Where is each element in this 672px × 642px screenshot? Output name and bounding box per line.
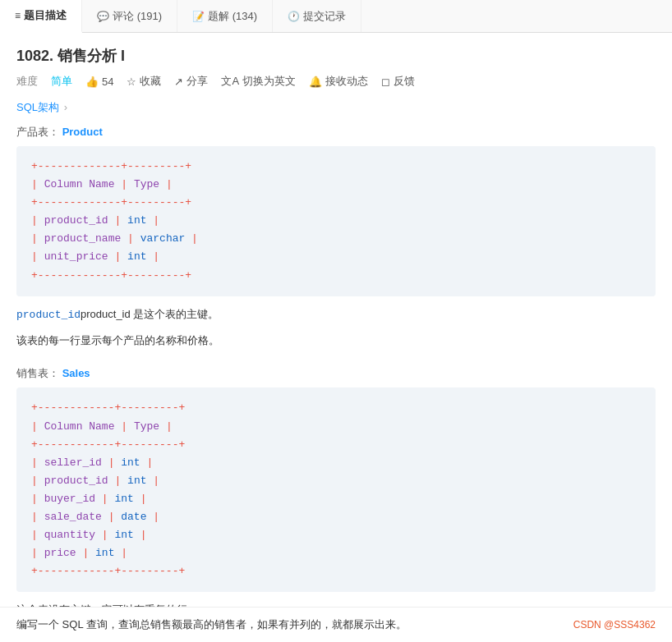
product-border-top: +-------------+---------+ [31, 158, 641, 176]
product-border-bot: +-------------+---------+ [31, 267, 641, 285]
tab-description[interactable]: ≡ 题目描述 [0, 0, 82, 33]
main-content: 1082. 销售分析 I 难度 简单 👍 54 ☆ 收藏 ↗ 分享 文A 切换为… [0, 33, 672, 642]
meta-row: 难度 简单 👍 54 ☆ 收藏 ↗ 分享 文A 切换为英文 🔔 接收动态 ◻ 反… [16, 74, 656, 89]
product-header: | Column Name | Type | [31, 176, 641, 194]
translate-icon: 文A [221, 74, 239, 89]
sales-table-label: 销售表： Sales [16, 366, 656, 381]
thumbs-up-icon: 👍 [85, 76, 99, 88]
product-row-1: | product_id | int | [31, 212, 641, 230]
comments-icon: 💬 [97, 11, 109, 22]
tab-comments[interactable]: 💬 评论 (191) [82, 0, 177, 32]
share-button[interactable]: ↗ 分享 [174, 74, 208, 89]
difficulty-value: 简单 [51, 74, 72, 89]
sales-row-4: | sale_date | date | [31, 508, 641, 526]
tab-submissions[interactable]: 🕐 提交记录 [273, 0, 361, 32]
tab-comments-label: 评论 (191) [113, 9, 162, 24]
product-table-label: 产品表： Product [16, 125, 656, 140]
sales-table-section: 销售表： Sales +------------+---------+ | Co… [16, 366, 656, 642]
sales-table-code: +------------+---------+ | Column Name |… [16, 387, 656, 592]
tab-solutions[interactable]: 📝 题解 (134) [177, 0, 273, 32]
product-table-section: 产品表： Product +-------------+---------+ |… [16, 125, 656, 350]
product-table-code: +-------------+---------+ | Column Name … [16, 146, 656, 296]
sales-row-1: | seller_id | int | [31, 454, 641, 472]
task-description: 编写一个 SQL 查询，查询总销售额最高的销售者，如果有并列的，就都展示出来。 [16, 617, 407, 632]
tab-solutions-label: 题解 (134) [208, 9, 257, 24]
sales-border-mid: +------------+---------+ [31, 436, 641, 454]
sales-row-3: | buyer_id | int | [31, 490, 641, 508]
bottom-bar: 编写一个 SQL 查询，查询总销售额最高的销售者，如果有并列的，就都展示出来。 … [0, 607, 672, 642]
sales-row-5: | quantity | int | [31, 526, 641, 544]
product-note-2: 该表的每一行显示每个产品的名称和价格。 [16, 331, 656, 350]
submissions-icon: 🕐 [288, 11, 300, 22]
star-icon: ☆ [127, 76, 136, 88]
sales-row-6: | price | int | [31, 544, 641, 562]
product-note-1: product_idproduct_id 是这个表的主键。 [16, 305, 656, 324]
like-button[interactable]: 👍 54 [85, 76, 113, 88]
product-border-mid: +-------------+---------+ [31, 194, 641, 212]
bell-icon: 🔔 [309, 76, 322, 88]
sales-row-2: | product_id | int | [31, 472, 641, 490]
collect-button[interactable]: ☆ 收藏 [127, 74, 161, 89]
problem-title: 1082. 销售分析 I [16, 46, 656, 66]
share-icon: ↗ [174, 76, 183, 88]
feedback-icon: ◻ [381, 76, 390, 88]
breadcrumb[interactable]: SQL架构 › [16, 100, 656, 115]
sales-border-top: +------------+---------+ [31, 399, 641, 417]
chevron-right-icon: › [64, 101, 67, 113]
sales-border-bot: +------------+---------+ [31, 562, 641, 580]
sales-header: | Column Name | Type | [31, 418, 641, 436]
tab-bar: ≡ 题目描述 💬 评论 (191) 📝 题解 (134) 🕐 提交记录 [0, 0, 672, 33]
solutions-icon: 📝 [192, 11, 205, 22]
feedback-button[interactable]: ◻ 反馈 [381, 74, 415, 89]
product-row-3: | unit_price | int | [31, 248, 641, 266]
notify-button[interactable]: 🔔 接收动态 [309, 74, 368, 89]
description-icon: ≡ [15, 10, 21, 21]
brand-label: CSDN @SSS4362 [573, 619, 656, 631]
difficulty-label: 难度 [16, 74, 38, 89]
product-row-2: | product_name | varchar | [31, 230, 641, 248]
switch-language-button[interactable]: 文A 切换为英文 [221, 74, 296, 89]
